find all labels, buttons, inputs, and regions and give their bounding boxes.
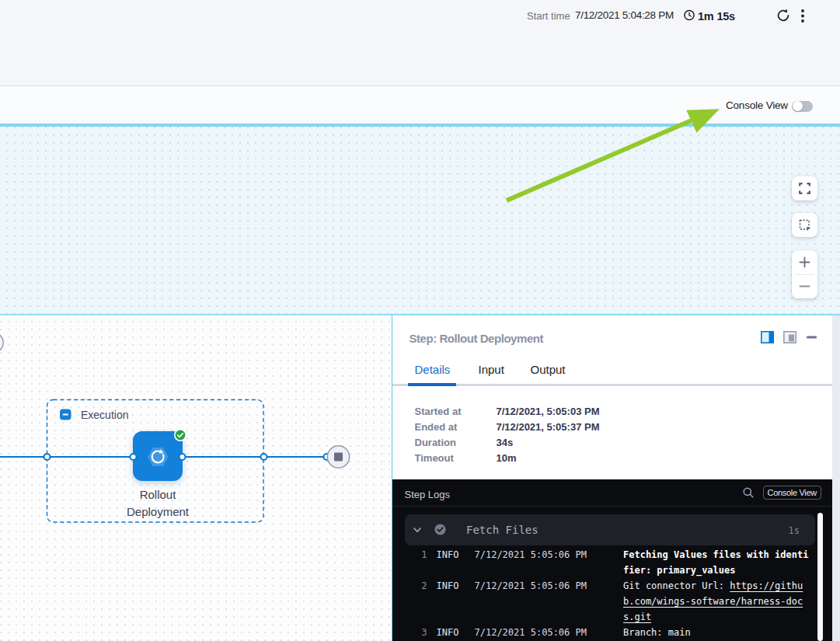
field-label-timeout: Timeout — [415, 452, 454, 464]
canvas-graphics — [0, 315, 391, 641]
log-line-level: INFO — [437, 625, 459, 640]
zoom-out-button[interactable] — [792, 274, 817, 298]
tab-output[interactable]: Output — [531, 363, 566, 376]
log-line-number: 2 — [414, 578, 427, 594]
log-line-level: INFO — [437, 578, 459, 594]
step-node-label[interactable]: Rollout Deployment — [103, 486, 212, 521]
execution-group-label: Execution — [81, 409, 128, 421]
layout-bottom-view-button[interactable] — [783, 331, 796, 343]
field-value-timeout: 10m — [497, 452, 517, 464]
chevron-down-icon[interactable] — [412, 524, 423, 538]
zoom-in-button[interactable] — [792, 250, 817, 274]
partial-start-node — [0, 333, 3, 353]
field-value-duration: 34s — [497, 437, 514, 448]
log-message-prefix: Git connector Url: — [623, 580, 730, 591]
stop-square-icon — [334, 453, 343, 462]
expand-canvas-button[interactable] — [792, 176, 817, 200]
logs-header-divider — [392, 506, 832, 507]
expand-icon — [799, 183, 810, 194]
log-line-number: 3 — [414, 625, 427, 640]
step-node-rollout-deployment[interactable] — [133, 431, 183, 481]
details-panel-title: Step: Rollout Deployment — [410, 332, 544, 345]
log-line-time: 7/12/2021 5:05:06 PM — [475, 625, 587, 640]
minus-icon — [799, 280, 810, 292]
log-link[interactable]: b.com/wings-software/harness-doc — [623, 594, 811, 609]
log-section-duration: 1s — [789, 525, 800, 536]
field-value-started-at: 7/12/2021, 5:05:03 PM — [497, 406, 600, 417]
toggle-knob — [793, 101, 803, 111]
minimize-icon — [806, 333, 818, 342]
success-badge-icon — [175, 430, 186, 441]
box-select-icon — [799, 219, 811, 232]
zoom-control-group — [792, 250, 817, 298]
console-view-strip: Console View — [0, 87, 840, 124]
top-header-bar: Start time 7/12/2021 5:04:28 PM 1m 15s — [0, 0, 840, 86]
layout-bottom-icon — [783, 331, 796, 343]
log-line-message: Git connector Url: https://github.com/wi… — [623, 578, 811, 625]
stage-canvas-band — [0, 127, 840, 314]
console-view-label: Console View — [726, 99, 788, 111]
log-search-button[interactable] — [741, 486, 755, 500]
minimize-panel-button[interactable] — [806, 333, 818, 342]
duration-wrap: 1m 15s — [683, 9, 735, 24]
duration-text: 1m 15s — [698, 10, 735, 23]
log-line-number: 1 — [414, 547, 427, 563]
tab-details[interactable]: Details — [415, 363, 451, 376]
start-time-label: Start time — [527, 10, 570, 22]
field-label-started-at: Started at — [415, 406, 462, 417]
field-value-ended-at: 7/12/2021, 5:05:37 PM — [497, 421, 600, 433]
box-select-button[interactable] — [792, 213, 817, 237]
refresh-icon — [776, 8, 791, 23]
log-link[interactable]: https://githu — [730, 580, 803, 591]
step-graph-canvas: Execution Rollout Deployment — [0, 315, 392, 641]
stop-node[interactable] — [327, 446, 349, 468]
kebab-icon — [797, 8, 808, 24]
console-view-toggle[interactable] — [792, 101, 813, 113]
collapse-group-button[interactable] — [60, 409, 71, 420]
layout-right-icon — [761, 331, 774, 343]
log-link[interactable]: s.git — [623, 609, 811, 625]
refresh-button[interactable] — [776, 8, 791, 23]
search-icon — [742, 486, 755, 499]
step-logs-title: Step Logs — [405, 489, 451, 500]
check-circle-icon — [434, 523, 447, 536]
log-scrollbar-thumb[interactable] — [817, 513, 824, 641]
log-section-name: Fetch Files — [466, 524, 539, 536]
log-line-time: 7/12/2021 5:05:06 PM — [475, 578, 587, 594]
section-success-icon — [434, 523, 447, 539]
chevron-down-icon — [412, 524, 423, 535]
log-line-level: INFO — [437, 547, 459, 563]
tab-input[interactable]: Input — [479, 363, 504, 376]
active-tab-underline — [408, 383, 456, 386]
clock-icon — [683, 9, 695, 24]
log-line-message: Branch: main — [623, 625, 811, 640]
layout-right-view-button[interactable] — [761, 331, 774, 343]
log-line-message: Fetching Values files with identi fier: … — [623, 547, 811, 578]
start-time-value: 7/12/2021 5:04:28 PM — [575, 9, 674, 21]
clock-icon — [683, 9, 695, 21]
plus-icon — [799, 256, 810, 268]
log-line-time: 7/12/2021 5:05:06 PM — [475, 547, 587, 563]
tabs-divider-line — [392, 384, 834, 387]
step-details-panel: Step: Rollout Deployment Details Input O… — [392, 315, 833, 641]
log-section-fetch-files[interactable]: Fetch Files 1s — [405, 514, 815, 545]
field-label-ended-at: Ended at — [415, 421, 458, 433]
kebab-menu-button[interactable] — [797, 8, 808, 24]
field-label-duration: Duration — [415, 437, 456, 448]
step-logs-panel: Step Logs Console View Fetch Files 1s 1 … — [392, 479, 832, 641]
panel-scrollbar-gutter — [832, 315, 840, 641]
console-view-button[interactable]: Console View — [763, 486, 821, 500]
